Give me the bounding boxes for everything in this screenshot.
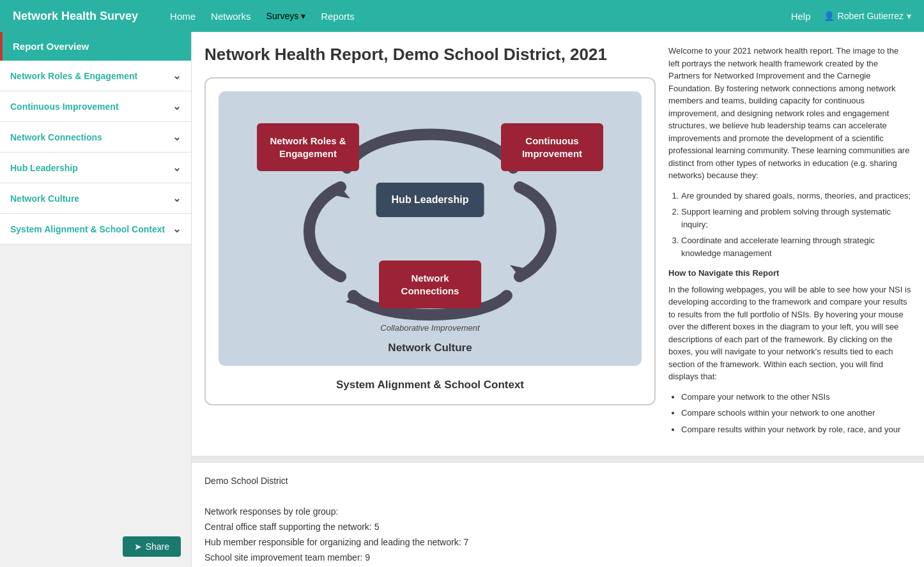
nav-surveys[interactable]: Surveys ▾ <box>266 11 306 22</box>
bottom-section: Demo School District Network responses b… <box>192 463 924 567</box>
report-title: Network Health Report, Demo School Distr… <box>204 45 656 64</box>
report-main: Network Health Report, Demo School Distr… <box>204 45 656 443</box>
role-hub-member: Hub member responsible for organizing an… <box>204 537 911 547</box>
top-section: Network Health Report, Demo School Distr… <box>192 32 924 457</box>
collaborative-label: Collaborative Improvement <box>380 323 479 333</box>
box-hub-leadership[interactable]: Hub Leadership <box>376 183 484 217</box>
user-icon: 👤 <box>824 11 835 21</box>
share-icon: ➤ <box>134 541 142 552</box>
chevron-down-icon: ⌄ <box>173 162 181 174</box>
chevron-down-icon: ⌄ <box>173 223 181 235</box>
box-continuous-improvement[interactable]: Continuous Improvement <box>501 123 603 171</box>
sidebar-item-network-roles[interactable]: Network Roles & Engagement ⌄ <box>0 61 191 91</box>
navbar-links: Home Networks Surveys ▾ Reports <box>170 11 772 22</box>
surveys-chevron-icon: ▾ <box>301 11 305 21</box>
description-list-item-1: Are grounded by shared goals, norms, the… <box>681 190 911 202</box>
report-overview-label: Report Overview <box>13 41 89 52</box>
share-label: Share <box>146 541 169 552</box>
sidebar-share-area: ➤ Share <box>0 526 191 567</box>
user-chevron-icon: ▾ <box>907 11 911 21</box>
nav-networks[interactable]: Networks <box>211 11 251 22</box>
system-alignment-diagram-label: System Alignment & School Context <box>219 371 642 391</box>
sidebar-item-network-connections[interactable]: Network Connections ⌄ <box>0 122 191 153</box>
navbar-brand: Network Health Survey <box>13 10 138 23</box>
nav-list-item-3: Compare results within your network by r… <box>681 423 911 436</box>
nav-reports[interactable]: Reports <box>321 11 355 22</box>
sidebar-item-continuous-improvement[interactable]: Continuous Improvement ⌄ <box>0 91 191 122</box>
navbar: Network Health Survey Home Networks Surv… <box>0 0 924 32</box>
report-description: Welcome to your 2021 network health repo… <box>668 45 911 443</box>
nav-list-item-2: Compare schools within your network to o… <box>681 407 911 420</box>
user-menu[interactable]: 👤 Robert Gutierrez ▾ <box>824 11 911 21</box>
sidebar-label-continuous-improvement: Continuous Improvement <box>10 102 119 112</box>
sidebar-report-overview[interactable]: Report Overview <box>0 32 191 61</box>
navbar-right: Help 👤 Robert Gutierrez ▾ <box>791 11 911 22</box>
sidebar-item-network-culture[interactable]: Network Culture ⌄ <box>0 183 191 214</box>
network-culture-label: Network Culture <box>388 342 472 354</box>
diagram-inner: Network Roles & Engagement Continuous Im… <box>219 91 642 366</box>
content-area: Network Health Report, Demo School Distr… <box>192 32 924 567</box>
nav-list-item-1: Compare your network to the other NSIs <box>681 391 911 404</box>
box-network-connections[interactable]: Network Connections <box>379 261 481 308</box>
chevron-down-icon: ⌄ <box>173 192 181 204</box>
chevron-down-icon: ⌄ <box>173 131 181 143</box>
sidebar-label-network-roles: Network Roles & Engagement <box>10 71 137 81</box>
district-label: Demo School District <box>204 476 911 486</box>
sidebar-item-system-alignment[interactable]: System Alignment & School Context ⌄ <box>0 214 191 245</box>
main-layout: Report Overview Network Roles & Engageme… <box>0 32 924 567</box>
description-intro: Welcome to your 2021 network health repo… <box>668 45 911 182</box>
how-to-navigate-body: In the following webpages, you will be a… <box>668 284 911 383</box>
nav-home[interactable]: Home <box>170 11 196 22</box>
chevron-down-icon: ⌄ <box>173 100 181 112</box>
nav-help[interactable]: Help <box>791 11 811 22</box>
description-list-item-2: Support learning and problem solving thr… <box>681 206 911 231</box>
sidebar-label-network-culture: Network Culture <box>10 193 79 204</box>
sidebar-label-hub-leadership: Hub Leadership <box>10 163 78 173</box>
sidebar-item-hub-leadership[interactable]: Hub Leadership ⌄ <box>0 153 191 183</box>
sidebar-label-network-connections: Network Connections <box>10 132 102 142</box>
description-list-item-3: Coordinate and accelerate learning throu… <box>681 234 911 259</box>
diagram-container: Network Roles & Engagement Continuous Im… <box>204 77 656 405</box>
role-central-office: Central office staff supporting the netw… <box>204 522 911 532</box>
box-network-roles[interactable]: Network Roles & Engagement <box>257 123 359 171</box>
description-list: Are grounded by shared goals, norms, the… <box>681 190 911 260</box>
sidebar: Report Overview Network Roles & Engageme… <box>0 32 192 567</box>
nav-list: Compare your network to the other NSIs C… <box>681 391 911 436</box>
user-name: Robert Gutierrez <box>838 11 904 21</box>
responses-label: Network responses by role group: <box>204 506 911 517</box>
how-to-navigate-heading: How to Navigate this Report <box>668 267 911 280</box>
share-button[interactable]: ➤ Share <box>123 536 181 557</box>
chevron-down-icon: ⌄ <box>173 70 181 82</box>
sidebar-label-system-alignment: System Alignment & School Context <box>10 224 165 234</box>
role-school-site: School site improvement team member: 9 <box>204 552 911 563</box>
